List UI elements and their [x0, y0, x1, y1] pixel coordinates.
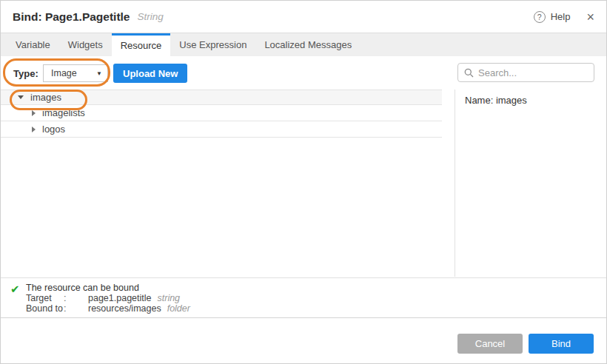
status-row-value: page1.pagetitle	[88, 293, 152, 303]
status-row-label: Target	[26, 293, 64, 303]
tab-use-expression[interactable]: Use Expression	[170, 33, 255, 56]
search-box[interactable]	[457, 63, 594, 82]
tree-item-imagelists[interactable]: imagelists	[1, 105, 442, 121]
type-select[interactable]: Image ▼	[43, 64, 108, 82]
tree-item-images[interactable]: images	[1, 90, 442, 105]
status-row-value-type: folder	[167, 303, 190, 314]
tree-item-label: images	[30, 92, 61, 103]
tab-bar: Variable Widgets Resource Use Expression…	[1, 33, 606, 56]
tab-localized-messages[interactable]: Localized Messages	[255, 33, 360, 56]
status-row-value-group: resources/imagesfolder	[88, 303, 606, 314]
resource-name-text: Name: images	[465, 95, 527, 106]
tree-item-label: imagelists	[42, 107, 85, 118]
close-icon[interactable]: ×	[586, 10, 594, 24]
status-panel: ✔ The resource can be bound Target : pag…	[1, 277, 606, 317]
dialog-title: Bind: Page1.Pagetitle	[13, 10, 130, 24]
caret-right-icon[interactable]	[32, 127, 36, 132]
resource-tree: images imagelists logos	[1, 90, 442, 138]
help-button[interactable]: ? Help	[534, 11, 571, 23]
status-row-target: Target : page1.pagetitlestring	[26, 293, 606, 303]
search-icon	[464, 68, 474, 78]
help-icon: ?	[534, 11, 546, 23]
bind-button[interactable]: Bind	[529, 334, 594, 354]
dialog-titlebar: Bind: Page1.Pagetitle String ? Help ×	[1, 1, 606, 33]
dialog-title-type: String	[137, 11, 163, 22]
dropdown-arrow-icon: ▼	[96, 70, 107, 77]
cancel-button[interactable]: Cancel	[457, 334, 523, 354]
tab-widgets[interactable]: Widgets	[59, 33, 112, 56]
status-row-value-type: string	[158, 293, 181, 303]
dialog-footer: Cancel Bind	[1, 317, 606, 363]
status-row-label: Bound to	[26, 303, 64, 314]
tab-variable[interactable]: Variable	[7, 33, 59, 56]
caret-right-icon[interactable]	[32, 110, 36, 116]
help-label: Help	[551, 11, 571, 22]
status-row-colon: :	[64, 303, 88, 314]
check-icon: ✔	[10, 283, 20, 296]
search-input[interactable]	[478, 67, 588, 78]
status-row-bound-to: Bound to : resources/imagesfolder	[26, 303, 606, 314]
caret-down-icon[interactable]	[18, 95, 24, 99]
status-row-value: resources/images	[88, 303, 161, 314]
status-content: The resource can be bound Target : page1…	[26, 283, 606, 314]
status-row-value-group: page1.pagetitlestring	[88, 293, 606, 303]
panel-divider	[455, 90, 455, 277]
tree-item-label: logos	[42, 124, 65, 135]
upload-new-button[interactable]: Upload New	[113, 64, 187, 83]
tree-item-logos[interactable]: logos	[1, 121, 442, 138]
status-message: The resource can be bound	[26, 283, 606, 293]
bind-dialog: Bind: Page1.Pagetitle String ? Help × Va…	[0, 0, 607, 364]
status-row-colon: :	[64, 293, 88, 303]
type-select-value: Image	[44, 68, 96, 78]
tab-resource[interactable]: Resource	[112, 33, 171, 56]
type-label: Type:	[13, 68, 38, 79]
footer-buttons: Cancel Bind	[457, 334, 594, 354]
